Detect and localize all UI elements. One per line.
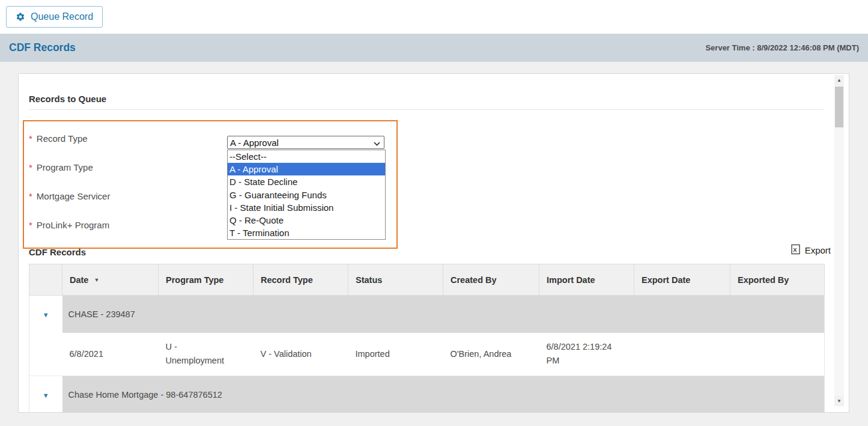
group-label: Chase Home Mortgage - 98-647876512 bbox=[62, 376, 825, 413]
scroll-up-button[interactable]: ▲ bbox=[834, 75, 844, 85]
column-header-record-type[interactable]: Record Type bbox=[253, 264, 348, 296]
export-label: Export bbox=[805, 245, 831, 255]
required-asterisk: * bbox=[29, 133, 32, 144]
scrollbar-thumb[interactable] bbox=[835, 87, 843, 127]
collapse-group-icon[interactable]: ▼ bbox=[43, 311, 49, 318]
page-content: Records to Queue *Record Type *Program T… bbox=[0, 62, 868, 426]
cell-import-date: 6/8/2021 2:19:24 PM bbox=[539, 333, 634, 376]
group-label: CHASE - 239487 bbox=[62, 296, 825, 333]
column-header-import-date[interactable]: Import Date bbox=[539, 264, 634, 296]
column-header-exported-by[interactable]: Exported By bbox=[730, 264, 825, 296]
export-button[interactable]: X Export bbox=[789, 243, 832, 258]
queue-record-label: Queue Record bbox=[31, 11, 93, 22]
column-header-program-type[interactable]: Program Type bbox=[159, 264, 253, 296]
expand-column-header bbox=[29, 264, 62, 296]
dropdown-option[interactable]: T - Termination bbox=[228, 227, 385, 239]
excel-export-icon: X bbox=[791, 244, 801, 257]
gear-icon bbox=[16, 12, 25, 22]
title-bar: CDF Records Server Time : 8/9/2022 12:46… bbox=[0, 34, 868, 62]
server-time: Server Time : 8/9/2022 12:46:08 PM (MDT) bbox=[705, 43, 859, 52]
record-type-select-value: A - Approval bbox=[230, 138, 279, 148]
cell-created-by: O'Brien, Andrea bbox=[443, 333, 539, 376]
column-header-date[interactable]: Date▼ bbox=[62, 264, 159, 296]
grid-header-row: Date▼ Program Type Record Type Status Cr… bbox=[29, 264, 825, 296]
dropdown-option[interactable]: --Select-- bbox=[228, 150, 385, 163]
mortgage-servicer-label: *Mortgage Servicer bbox=[29, 189, 110, 204]
cell-status: Imported bbox=[348, 333, 443, 376]
prolink-program-label: *ProLink+ Program bbox=[29, 218, 109, 233]
page-title: CDF Records bbox=[9, 41, 76, 54]
records-to-queue-panel: Records to Queue *Record Type *Program T… bbox=[18, 73, 849, 413]
dropdown-option[interactable]: Q - Re-Quote bbox=[228, 214, 385, 227]
cell-export-date bbox=[634, 333, 730, 376]
data-row: 6/8/2021 U - Unemployment V - Validation… bbox=[29, 333, 825, 376]
dropdown-option[interactable]: I - State Initial Submission bbox=[228, 201, 385, 214]
record-type-select[interactable]: A - Approval bbox=[227, 136, 384, 149]
group-row: ▼ CHASE - 239487 bbox=[29, 296, 825, 333]
svg-text:X: X bbox=[793, 246, 797, 253]
queue-record-button[interactable]: Queue Record bbox=[6, 6, 103, 28]
required-asterisk: * bbox=[29, 162, 32, 172]
chevron-down-icon bbox=[374, 138, 380, 148]
grid-title: CDF Records bbox=[29, 247, 86, 257]
cell-exported-by bbox=[730, 333, 825, 376]
record-type-dropdown-list: --Select-- A - Approval D - State Declin… bbox=[227, 150, 386, 240]
sort-desc-icon: ▼ bbox=[94, 277, 99, 283]
scroll-down-button[interactable]: ▼ bbox=[834, 396, 844, 406]
column-header-status[interactable]: Status bbox=[348, 264, 443, 296]
expand-cell: ▼ bbox=[29, 296, 62, 333]
cell-record-type: V - Validation bbox=[253, 333, 348, 376]
panel-divider bbox=[29, 109, 824, 110]
dropdown-option[interactable]: D - State Decline bbox=[228, 175, 385, 188]
group-row: ▼ Chase Home Mortgage - 98-647876512 bbox=[29, 376, 825, 413]
column-header-export-date[interactable]: Export Date bbox=[634, 264, 730, 296]
top-toolbar: Queue Record bbox=[0, 0, 868, 34]
panel-title: Records to Queue bbox=[29, 94, 106, 104]
required-asterisk: * bbox=[29, 191, 32, 201]
cell-program-type: U - Unemployment bbox=[159, 333, 253, 376]
dropdown-option-selected[interactable]: A - Approval bbox=[228, 163, 385, 175]
expand-cell bbox=[29, 333, 62, 376]
program-type-label: *Program Type bbox=[29, 160, 93, 175]
expand-cell: ▼ bbox=[29, 376, 62, 413]
dropdown-option[interactable]: G - Guaranteeing Funds bbox=[228, 189, 385, 201]
column-header-created-by[interactable]: Created By bbox=[443, 264, 539, 296]
collapse-group-icon[interactable]: ▼ bbox=[43, 392, 49, 399]
cell-date: 6/8/2021 bbox=[62, 333, 159, 376]
required-asterisk: * bbox=[29, 220, 32, 230]
cdf-records-grid: Date▼ Program Type Record Type Status Cr… bbox=[29, 264, 825, 413]
vertical-scrollbar[interactable]: ▲ ▼ bbox=[834, 75, 844, 406]
record-type-label: *Record Type bbox=[29, 132, 88, 146]
